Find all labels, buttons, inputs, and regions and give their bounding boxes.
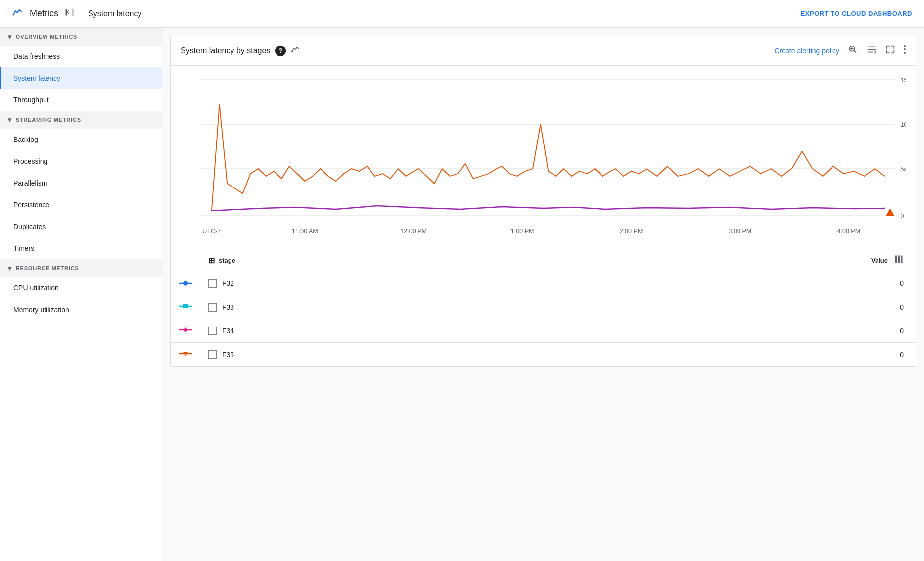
- legend-icon-f34: [171, 319, 200, 343]
- sidebar-item-persistence[interactable]: Persistence: [0, 194, 162, 216]
- sidebar-item-duplicates[interactable]: Duplicates: [0, 216, 162, 237]
- svg-rect-33: [183, 304, 188, 308]
- legend-table: ⊞ stage Value: [171, 249, 916, 367]
- search-icon[interactable]: [847, 44, 858, 57]
- svg-rect-27: [895, 256, 897, 263]
- chart-body: 15s 10s 5s 0 UTC-7 11:00 AM 12:00: [171, 66, 916, 367]
- chart-header: System latency by stages ? Create alerti…: [171, 36, 916, 66]
- svg-marker-35: [183, 327, 188, 332]
- svg-point-10: [904, 52, 906, 54]
- columns-icon[interactable]: [894, 254, 904, 267]
- legend-icon-f33: [171, 295, 200, 319]
- sidebar: ▾ OVERVIEW METRICS Data freshness System…: [0, 28, 162, 561]
- legend-col-stage: ⊞ stage: [200, 249, 523, 272]
- legend-row-f32: F32 0: [171, 272, 916, 295]
- main-layout: ▾ OVERVIEW METRICS Data freshness System…: [0, 28, 924, 561]
- sidebar-item-timers[interactable]: Timers: [0, 237, 162, 259]
- chart-card: System latency by stages ? Create alerti…: [170, 36, 916, 367]
- svg-point-3: [292, 51, 293, 52]
- svg-point-8: [904, 45, 906, 47]
- legend-stage-f34: F34: [200, 319, 523, 343]
- legend-stage-f35: F35: [200, 343, 523, 367]
- sidebar-item-memory-utilization[interactable]: Memory utilization: [0, 299, 162, 321]
- more-options-icon[interactable]: [904, 45, 906, 57]
- sidebar-item-throughput[interactable]: Throughput: [0, 89, 162, 111]
- legend-row-f34: F34 0: [171, 319, 916, 343]
- svg-text:2:00 PM: 2:00 PM: [620, 228, 643, 234]
- legend-icon-f35: [171, 343, 200, 367]
- sidebar-item-cpu-utilization[interactable]: CPU utilization: [0, 277, 162, 299]
- svg-marker-19: [886, 208, 894, 216]
- collapse-sidebar-button[interactable]: [64, 7, 74, 20]
- metrics-explorer-icon[interactable]: [291, 45, 301, 57]
- svg-text:3:00 PM: 3:00 PM: [729, 228, 752, 234]
- svg-text:15s: 15s: [901, 77, 906, 84]
- sidebar-section-resource[interactable]: ▾ RESOURCE METRICS: [0, 259, 162, 277]
- svg-text:0: 0: [901, 213, 904, 220]
- chart-svg: 15s 10s 5s 0 UTC-7 11:00 AM 12:00: [181, 70, 906, 248]
- help-icon[interactable]: ?: [275, 46, 286, 56]
- legend-value-f33: 0: [523, 295, 916, 319]
- svg-point-31: [183, 281, 188, 286]
- chart-svg-container: 15s 10s 5s 0 UTC-7 11:00 AM 12:00: [171, 66, 916, 249]
- sidebar-item-backlog[interactable]: Backlog: [0, 129, 162, 150]
- page-title: System latency: [88, 9, 141, 18]
- grid-icon: ⊞: [208, 256, 215, 265]
- legend-value-f35: 0: [523, 343, 916, 367]
- svg-rect-29: [901, 256, 902, 263]
- chevron-down-icon-streaming: ▾: [8, 116, 12, 124]
- top-header: Metrics System latency EXPORT TO CLOUD D…: [0, 0, 924, 28]
- svg-text:10s: 10s: [901, 121, 906, 128]
- chart-actions: Create alerting policy: [774, 44, 906, 57]
- sidebar-item-system-latency[interactable]: System latency: [0, 67, 162, 89]
- svg-text:4:00 PM: 4:00 PM: [837, 228, 860, 234]
- legend-icon-f32: [171, 272, 200, 295]
- svg-text:12:00 PM: 12:00 PM: [400, 228, 427, 234]
- resource-section-label: RESOURCE METRICS: [16, 265, 79, 271]
- fullscreen-icon[interactable]: [885, 44, 896, 57]
- content-area: System latency by stages ? Create alerti…: [162, 28, 924, 561]
- legend-checkbox-f32[interactable]: [208, 279, 217, 288]
- chart-title-group: System latency by stages ?: [181, 45, 301, 57]
- chevron-down-icon: ▾: [8, 33, 12, 41]
- sidebar-section-streaming[interactable]: ▾ STREAMING METRICS: [0, 111, 162, 129]
- export-button[interactable]: EXPORT TO CLOUD DASHBOARD: [801, 10, 912, 17]
- svg-point-0: [13, 14, 14, 15]
- app-icon: [12, 6, 24, 21]
- app-title: Metrics: [30, 8, 58, 19]
- svg-point-9: [904, 48, 906, 50]
- sidebar-item-data-freshness[interactable]: Data freshness: [0, 46, 162, 67]
- legend-col-value: Value: [523, 249, 916, 272]
- legend-row-f35: F35 0: [171, 343, 916, 367]
- legend-col-icon: [171, 249, 200, 272]
- legend-value-f34: 0: [523, 319, 916, 343]
- legend-icon[interactable]: [866, 44, 877, 57]
- legend-row-f33: F33 0: [171, 295, 916, 319]
- svg-text:1:00 PM: 1:00 PM: [511, 228, 534, 234]
- svg-text:11:00 AM: 11:00 AM: [292, 228, 318, 234]
- svg-text:5s: 5s: [901, 166, 906, 173]
- header-left: Metrics System latency: [12, 6, 141, 21]
- legend-checkbox-f33[interactable]: [208, 303, 217, 312]
- legend-checkbox-f35[interactable]: [208, 350, 217, 359]
- sidebar-item-parallelism[interactable]: Parallelism: [0, 172, 162, 194]
- legend-stage-f33: F33: [200, 295, 523, 319]
- legend-value-f32: 0: [523, 272, 916, 295]
- chart-title: System latency by stages: [181, 47, 270, 55]
- streaming-section-label: STREAMING METRICS: [16, 117, 81, 123]
- svg-rect-28: [898, 256, 900, 263]
- overview-section-label: OVERVIEW METRICS: [16, 34, 77, 40]
- svg-text:UTC-7: UTC-7: [202, 228, 221, 234]
- sidebar-section-overview[interactable]: ▾ OVERVIEW METRICS: [0, 28, 162, 46]
- sidebar-item-processing[interactable]: Processing: [0, 150, 162, 172]
- chevron-down-icon-resource: ▾: [8, 264, 12, 272]
- legend-stage-f32: F32: [200, 272, 523, 295]
- legend-checkbox-f34[interactable]: [208, 327, 217, 335]
- create-alert-link[interactable]: Create alerting policy: [774, 47, 839, 55]
